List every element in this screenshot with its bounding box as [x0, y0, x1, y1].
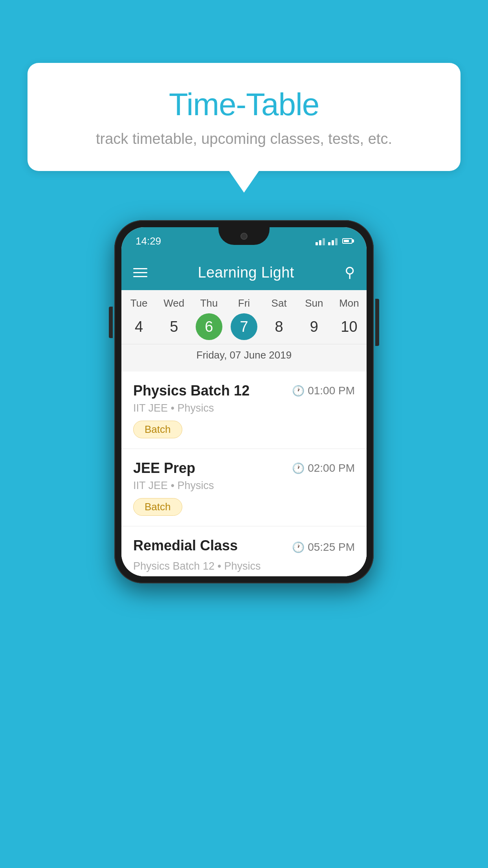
schedule-item-3-subtitle: Physics Batch 12 • Physics [133, 560, 355, 572]
battery-icon [342, 238, 352, 244]
calendar-strip: Tue Wed Thu Fri Sat Sun Mon 4 5 6 7 8 9 … [121, 290, 367, 371]
schedule-item-2-time: 🕐 02:00 PM [292, 462, 355, 474]
phone-outer: 14:29 Learnin [114, 220, 374, 583]
schedule-list: Physics Batch 12 🕐 01:00 PM IIT JEE • Ph… [121, 371, 367, 576]
schedule-item-2-name: JEE Prep [133, 460, 195, 476]
schedule-item-3-time: 🕐 05:25 PM [292, 541, 355, 554]
day-5[interactable]: 5 [156, 313, 191, 341]
schedule-item-3-name: Remedial Class [133, 537, 238, 554]
schedule-item-2[interactable]: JEE Prep 🕐 02:00 PM IIT JEE • Physics Ba… [121, 449, 367, 526]
schedule-item-3[interactable]: Remedial Class 🕐 05:25 PM Physics Batch … [121, 526, 367, 576]
app-title: Learning Light [198, 264, 294, 281]
page-title: Time-Table [43, 86, 445, 123]
schedule-item-1-subtitle: IIT JEE • Physics [133, 402, 355, 414]
notch [218, 227, 270, 245]
day-header-wed: Wed [156, 297, 191, 309]
day-7-selected[interactable]: 7 [231, 313, 257, 340]
schedule-item-3-top: Remedial Class 🕐 05:25 PM [133, 537, 355, 557]
day-header-sun: Sun [297, 297, 332, 309]
day-4[interactable]: 4 [121, 313, 156, 341]
speech-bubble: Time-Table track timetable, upcoming cla… [28, 63, 460, 171]
day-header-mon: Mon [332, 297, 367, 309]
schedule-item-1-badge: Batch [133, 421, 182, 438]
schedule-item-1-time-text: 01:00 PM [308, 384, 355, 397]
phone-screen: 14:29 Learnin [121, 227, 367, 576]
search-button[interactable]: ⚲ [345, 264, 355, 281]
day-headers: Tue Wed Thu Fri Sat Sun Mon [121, 297, 367, 309]
clock-icon-2: 🕐 [292, 462, 305, 474]
schedule-item-1-name: Physics Batch 12 [133, 383, 250, 399]
schedule-item-2-top: JEE Prep 🕐 02:00 PM [133, 460, 355, 476]
speech-bubble-container: Time-Table track timetable, upcoming cla… [28, 63, 460, 171]
day-9[interactable]: 9 [297, 313, 332, 341]
phone-mockup: 14:29 Learnin [114, 220, 374, 583]
status-time: 14:29 [136, 235, 161, 247]
page-subtitle: track timetable, upcoming classes, tests… [43, 131, 445, 147]
day-header-sat: Sat [262, 297, 297, 309]
status-icons [316, 237, 352, 245]
day-numbers: 4 5 6 7 8 9 10 [121, 313, 367, 341]
app-header: Learning Light ⚲ [121, 255, 367, 290]
day-8[interactable]: 8 [262, 313, 297, 341]
menu-button[interactable] [133, 268, 147, 277]
clock-icon-1: 🕐 [292, 385, 305, 397]
schedule-item-2-time-text: 02:00 PM [308, 462, 355, 474]
day-header-tue: Tue [121, 297, 156, 309]
wifi-icon [316, 237, 325, 245]
schedule-item-2-badge: Batch [133, 498, 182, 516]
schedule-item-2-subtitle: IIT JEE • Physics [133, 480, 355, 492]
clock-icon-3: 🕐 [292, 541, 305, 554]
status-bar: 14:29 [121, 227, 367, 255]
schedule-item-1[interactable]: Physics Batch 12 🕐 01:00 PM IIT JEE • Ph… [121, 371, 367, 449]
day-10[interactable]: 10 [332, 313, 367, 341]
day-6-today[interactable]: 6 [196, 313, 222, 340]
schedule-item-1-top: Physics Batch 12 🕐 01:00 PM [133, 383, 355, 399]
camera [240, 233, 248, 240]
day-header-thu: Thu [191, 297, 226, 309]
schedule-item-1-time: 🕐 01:00 PM [292, 384, 355, 397]
day-header-fri: Fri [226, 297, 261, 309]
schedule-item-3-time-text: 05:25 PM [308, 541, 355, 554]
selected-date-label: Friday, 07 June 2019 [121, 344, 367, 368]
signal-icon [328, 237, 338, 245]
